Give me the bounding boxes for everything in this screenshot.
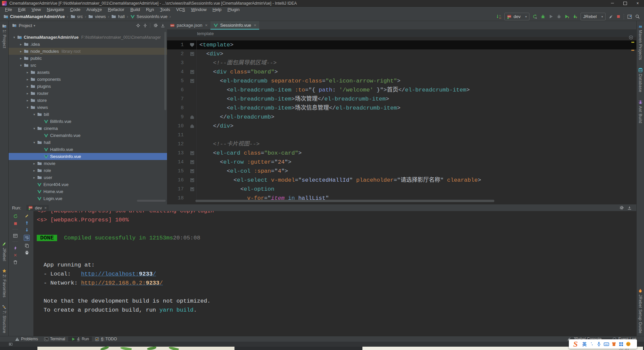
menu-item-file[interactable]: File xyxy=(2,7,15,12)
mic-icon[interactable] xyxy=(596,341,602,347)
punct-icon[interactable]: ’, xyxy=(589,342,594,347)
crumb-src[interactable]: src xyxy=(70,14,83,19)
maximize-button[interactable] xyxy=(619,0,631,7)
close-button[interactable]: × xyxy=(631,0,644,7)
tree-row-error404-vue[interactable]: Error404.vue xyxy=(9,181,167,188)
emoji-icon[interactable] xyxy=(626,341,631,347)
locate-icon[interactable] xyxy=(136,23,140,28)
code-line-9[interactable]: 9 </el-breadcrumb> xyxy=(167,113,636,122)
tree-row-assets[interactable]: ▸assets xyxy=(9,69,167,76)
stripe-tab-jrebel-setup-guide[interactable]: JRebel Setup Guide xyxy=(638,289,643,333)
console-link[interactable]: http://192.168.0.2: xyxy=(81,280,146,286)
menu-item-vcs[interactable]: VCS xyxy=(173,7,188,12)
hide-icon[interactable] xyxy=(161,23,165,28)
expand-arrow[interactable]: ▸ xyxy=(18,49,24,53)
expand-arrow[interactable]: ▸ xyxy=(31,169,37,172)
jrebel-bug-icon[interactable] xyxy=(540,14,545,19)
menu-item-refactor[interactable]: Refactor xyxy=(105,7,127,12)
collapse-all-icon[interactable] xyxy=(143,23,147,28)
tree-row-user[interactable]: ▸user xyxy=(9,174,167,181)
fold-marker[interactable] xyxy=(188,40,196,49)
expand-arrow[interactable]: ▾ xyxy=(11,35,17,39)
code-line-5[interactable]: 5− <el-breadcrumb separator-class="el-ic… xyxy=(167,76,636,85)
jrebel-agent-icon[interactable] xyxy=(609,14,613,19)
editor-tab-package-json[interactable]: npmpackage.json× xyxy=(167,21,210,29)
code-area[interactable]: 1<template>2− <div>3 <!--面包屑导航区域-->4− <d… xyxy=(167,37,636,203)
sogou-s-icon[interactable]: S xyxy=(572,340,580,348)
console-link[interactable]: http://localhost: xyxy=(81,271,139,277)
menu-item-tools[interactable]: Tools xyxy=(157,7,173,12)
menu-item-plugin[interactable]: Plugin xyxy=(224,7,243,12)
tree-row-billinfo-vue[interactable]: BillInfo.vue xyxy=(9,118,167,125)
expand-arrow[interactable]: ▸ xyxy=(18,56,24,60)
editor-tab-sessioninfo-vue[interactable]: SessionInfo.vue× xyxy=(210,21,259,29)
toolbox-icon[interactable] xyxy=(619,342,624,347)
expand-arrow[interactable]: ▾ xyxy=(31,127,37,130)
jrebel-select[interactable]: JRebel▾ xyxy=(581,13,606,20)
code-line-4[interactable]: 4− <div class="board"> xyxy=(167,67,636,76)
rerun-icon[interactable] xyxy=(13,214,18,219)
expand-arrow[interactable]: ▾ xyxy=(25,106,30,109)
code-line-17[interactable]: 17− <el-option xyxy=(167,185,636,194)
inspections-widget-icon[interactable] xyxy=(629,35,633,41)
console-link[interactable]: 9233 xyxy=(139,271,153,277)
menu-item-edit[interactable]: Edit xyxy=(15,7,28,12)
code-line-2[interactable]: 2− <div> xyxy=(167,49,636,58)
editor-horizontal-scrollbar[interactable] xyxy=(195,200,494,202)
down-icon[interactable] xyxy=(25,228,29,232)
fold-marker[interactable]: − xyxy=(188,76,196,85)
code-line-6[interactable]: 6 <el-breadcrumb-item :to="{ path: '/wel… xyxy=(167,85,636,95)
up-icon[interactable] xyxy=(25,221,29,225)
run-disabled-icon[interactable] xyxy=(548,14,553,19)
run-tab-dev[interactable]: npmdev× xyxy=(26,205,49,211)
stripe-tab-2-favorites[interactable]: 2: Favorites xyxy=(2,269,7,298)
menu-item-run[interactable]: Run xyxy=(143,7,157,12)
menu-item-navigate[interactable]: Navigate xyxy=(44,7,67,12)
fold-marker[interactable]: − xyxy=(188,185,196,194)
menu-item-help[interactable]: Help xyxy=(209,7,224,12)
fold-marker[interactable]: − xyxy=(188,49,196,58)
editor-breadcrumb-template[interactable]: template xyxy=(197,31,214,36)
code-line-12[interactable]: 12 <!--卡片视图--> xyxy=(167,140,636,149)
plug-icon[interactable] xyxy=(13,246,18,250)
expand-arrow[interactable]: ▸ xyxy=(31,176,37,179)
code-line-11[interactable]: 11 xyxy=(167,131,636,140)
crumb-sessioninfo-vue[interactable]: SessionInfo.vue xyxy=(130,14,168,19)
tree-row-cinemamanageradminvue[interactable]: ▾CinemaManagerAdminVueF:\NotMaker\notmak… xyxy=(9,34,167,41)
tree-row-idea[interactable]: ▸.idea xyxy=(9,41,167,48)
menu-item-build[interactable]: Build xyxy=(127,7,143,12)
toolwindow-switcher-icon[interactable] xyxy=(9,342,13,346)
tree-row-store[interactable]: ▸store xyxy=(9,97,167,104)
keyboard-icon[interactable] xyxy=(604,341,609,347)
stripe-tab-database[interactable]: Database xyxy=(638,67,643,92)
fold-marker[interactable]: − xyxy=(188,149,196,158)
toolwindow-button-terminal[interactable]: Terminal xyxy=(41,337,68,341)
toolwindow-button-todo[interactable]: 6: TODO xyxy=(92,337,120,341)
fold-marker[interactable] xyxy=(188,113,196,122)
close-icon[interactable] xyxy=(13,253,17,257)
build-icon[interactable] xyxy=(532,14,537,19)
project-vertical-scrollbar[interactable] xyxy=(164,32,166,110)
tree-row-node-modules[interactable]: ▸node_moduleslibrary root xyxy=(9,48,167,55)
tree-row-plugins[interactable]: ▸plugins xyxy=(9,83,167,90)
project-horizontal-scrollbar[interactable] xyxy=(137,200,166,202)
close-tab-icon[interactable]: × xyxy=(44,205,47,210)
tree-row-sessioninfo-vue[interactable]: SessionInfo.vue xyxy=(9,153,167,160)
editor-layout-icon[interactable] xyxy=(627,14,632,19)
run-console[interactable]: <s> [webpack.Progress] 90% after emittin… xyxy=(33,211,636,336)
skin-icon[interactable] xyxy=(611,341,617,347)
fold-marker[interactable]: − xyxy=(188,67,196,76)
stripe-tab-ant-build[interactable]: Ant Build xyxy=(638,100,643,124)
fold-marker[interactable]: − xyxy=(188,176,196,185)
copy-icon[interactable] xyxy=(25,243,29,248)
menu-item-window[interactable]: Window xyxy=(188,7,209,12)
tree-row-bill[interactable]: ▾bill xyxy=(9,111,167,118)
expand-arrow[interactable]: ▸ xyxy=(25,92,30,95)
tree-row-components[interactable]: ▸components xyxy=(9,76,167,83)
menu-item-view[interactable]: View xyxy=(28,7,44,12)
tree-row-public[interactable]: ▸public xyxy=(9,55,167,62)
gear-icon[interactable] xyxy=(619,205,624,210)
menu-item-code[interactable]: Code xyxy=(67,7,84,12)
project-panel-title[interactable]: Project xyxy=(19,23,32,28)
jrebel-run-icon[interactable] xyxy=(565,14,570,19)
